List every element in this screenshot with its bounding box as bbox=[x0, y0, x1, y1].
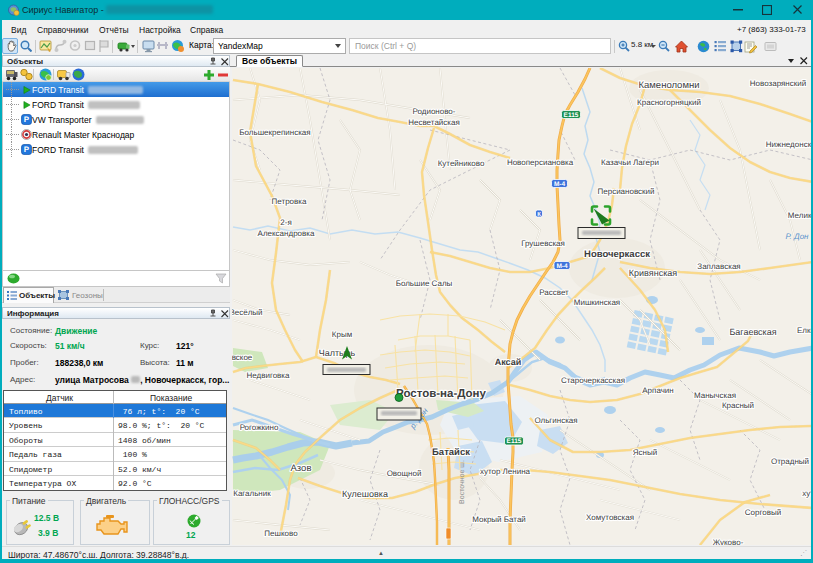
svg-text:Красный: Красный bbox=[722, 401, 754, 410]
svg-text:P: P bbox=[24, 145, 30, 154]
svg-text:Ростов-на-Дону: Ростов-на-Дону bbox=[396, 388, 487, 400]
svg-text:Большие Салы: Большие Салы bbox=[396, 279, 453, 288]
svg-text:вское: вское bbox=[232, 353, 253, 362]
svg-text:Батайск: Батайск bbox=[432, 447, 470, 458]
svg-text:Елки: Елки bbox=[797, 326, 811, 335]
svg-text:Арпачин: Арпачин bbox=[642, 386, 673, 395]
svg-text:Новозарянский: Новозарянский bbox=[750, 79, 806, 88]
svg-text:Жуково-: Жуково- bbox=[713, 538, 744, 545]
svg-text:хутор Ленина: хутор Ленина bbox=[480, 467, 531, 476]
svg-text:Кагальник: Кагальник bbox=[233, 489, 271, 498]
svg-text:Ольгинская: Ольгинская bbox=[534, 416, 577, 425]
svg-text:E115: E115 bbox=[564, 112, 579, 119]
svg-text:E115: E115 bbox=[507, 438, 522, 445]
svg-text:P: P bbox=[24, 115, 30, 124]
svg-text:Петровка: Петровка bbox=[272, 197, 307, 206]
svg-text:Ясный: Ясный bbox=[633, 448, 657, 457]
svg-text:К: К bbox=[537, 211, 541, 218]
svg-text:Старочеркасская: Старочеркасская bbox=[561, 376, 625, 385]
svg-text:Большекрепинская: Большекрепинская bbox=[239, 128, 310, 137]
svg-text:Несветайская: Несветайская bbox=[408, 118, 460, 127]
svg-text:Восточное ш.: Восточное ш. bbox=[459, 460, 466, 504]
svg-text:2-я: 2-я bbox=[280, 218, 291, 227]
svg-text:Рогожкино: Рогожкино bbox=[240, 423, 279, 432]
svg-text:Кутейниково: Кутейниково bbox=[438, 159, 485, 168]
svg-text:Отрадный: Отрадный bbox=[771, 457, 809, 466]
svg-text:Овощной: Овощной bbox=[387, 469, 422, 478]
svg-text:Каменоломни: Каменоломни bbox=[639, 80, 700, 91]
svg-text:Новочеркасск: Новочеркасск bbox=[584, 249, 650, 260]
svg-text:Хомутовская: Хомутовская bbox=[586, 513, 634, 522]
svg-text:Кривянская: Кривянская bbox=[629, 268, 677, 278]
svg-text:Новоперсиановка: Новоперсиановка bbox=[507, 158, 574, 167]
svg-text:Персиановский: Персиановский bbox=[597, 187, 654, 196]
svg-text:Казачьи Лагери: Казачьи Лагери bbox=[601, 158, 659, 167]
svg-text:Весёлый: Весёлый bbox=[232, 308, 263, 317]
svg-text:Р. Дон: Р. Дон bbox=[785, 232, 809, 241]
svg-text:Грушевская: Грушевская bbox=[521, 239, 565, 248]
svg-text:Кулешовка: Кулешовка bbox=[342, 489, 388, 499]
svg-text:М-4: М-4 bbox=[554, 181, 566, 188]
svg-text:Рассвет: Рассвет bbox=[539, 288, 569, 297]
svg-text:Нижнедонской: Нижнедонской bbox=[766, 140, 811, 149]
svg-text:Красногорняцкий: Красногорняцкий bbox=[637, 98, 701, 107]
svg-text:хут: хут bbox=[802, 489, 811, 498]
svg-text:Александровка: Александровка bbox=[258, 229, 315, 238]
svg-text:М-4: М-4 bbox=[556, 263, 568, 270]
svg-text:Пешково: Пешково bbox=[264, 529, 298, 538]
svg-text:Манычская: Манычская bbox=[694, 391, 736, 400]
svg-text:Крым: Крым bbox=[332, 330, 352, 339]
svg-text:Азов: Азов bbox=[291, 463, 312, 474]
svg-text:Заплавская: Заплавская bbox=[697, 262, 740, 271]
svg-text:Недвиговка: Недвиговка bbox=[246, 371, 290, 380]
svg-text:Сорговый: Сорговый bbox=[745, 508, 781, 517]
svg-text:Родионово-: Родионово- bbox=[413, 107, 456, 116]
svg-text:Багаевская: Багаевская bbox=[729, 327, 776, 337]
svg-text:Мишкинская: Мишкинская bbox=[574, 298, 620, 307]
svg-text:Мокрый Батай: Мокрый Батай bbox=[472, 515, 526, 524]
svg-text:Меликов: Меликов bbox=[788, 211, 811, 220]
svg-text:Аксай: Аксай bbox=[495, 357, 522, 367]
